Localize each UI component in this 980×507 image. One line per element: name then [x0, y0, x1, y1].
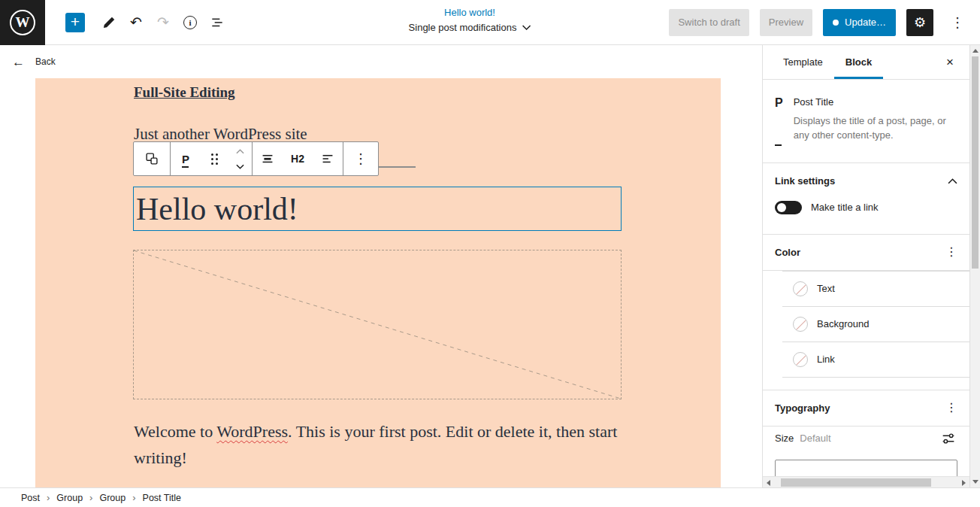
block-type-button[interactable]: P: [171, 142, 201, 175]
paragraph-text-before: Welcome to: [134, 422, 216, 441]
switch-to-draft-button[interactable]: Switch to draft: [669, 9, 749, 36]
scroll-down-arrow[interactable]: [970, 476, 980, 487]
details-button[interactable]: i: [177, 9, 204, 36]
text-align-left-icon: [319, 150, 336, 167]
block-align-button[interactable]: [253, 142, 283, 175]
topbar-tools: ↶ ↷ i: [95, 9, 231, 36]
panel-title: Link settings: [775, 175, 835, 187]
editor-content-area: ← Back Full-Site Editing Just another Wo…: [0, 45, 762, 487]
sidebar-tabs: Template Block ×: [763, 45, 969, 80]
chevron-down-icon: [522, 25, 531, 30]
triangle-left-icon: [767, 480, 770, 486]
more-vertical-icon: ⋮: [354, 152, 368, 165]
unsaved-changes-dot-icon: [833, 20, 839, 26]
move-up-button[interactable]: [228, 144, 252, 159]
link-settings-panel-toggle[interactable]: Link settings: [763, 163, 969, 199]
block-options-button[interactable]: ⋮: [343, 142, 378, 175]
site-title-link[interactable]: Full-Site Editing: [134, 84, 235, 101]
featured-image-placeholder[interactable]: [133, 250, 622, 399]
breadcrumb-separator: ›: [132, 492, 135, 503]
block-breadcrumb-bar: Post › Group › Group › Post Title: [0, 487, 980, 507]
breadcrumb-post[interactable]: Post: [21, 493, 40, 503]
scroll-right-arrow[interactable]: [958, 477, 969, 487]
post-title-text: Hello world!: [134, 193, 298, 225]
chevron-up-icon: [948, 178, 957, 184]
editor-topbar: W + ↶ ↷ i Hello world! Single: [0, 0, 980, 45]
drag-handle[interactable]: [201, 142, 228, 175]
block-inserter-button[interactable]: +: [65, 13, 85, 32]
vertical-scrollbar-thumb[interactable]: [972, 56, 978, 269]
vertical-scrollbar[interactable]: [969, 45, 980, 487]
empty-color-swatch-icon: [793, 352, 808, 367]
misspelled-word: WordPress: [216, 422, 288, 441]
info-icon: i: [183, 16, 197, 29]
color-item-label: Background: [817, 318, 869, 329]
post-content-paragraph[interactable]: Welcome to WordPress. This is your first…: [134, 418, 630, 471]
link-settings-body: Make title a link: [763, 199, 969, 234]
back-button[interactable]: ← Back: [12, 56, 56, 68]
size-value: Default: [800, 433, 830, 444]
list-view-icon: [210, 15, 225, 30]
list-view-button[interactable]: [204, 9, 231, 36]
color-panel-header[interactable]: Color ⋮: [763, 235, 969, 271]
redo-button[interactable]: ↷: [150, 9, 177, 36]
block-movers: [228, 142, 252, 175]
color-item-background[interactable]: Background: [782, 307, 969, 342]
heading-level-button[interactable]: H2: [283, 142, 313, 175]
align-none-icon: [259, 150, 276, 167]
tools-button[interactable]: [95, 9, 122, 36]
select-parent-block-button[interactable]: [134, 142, 170, 175]
close-icon: ×: [946, 55, 954, 69]
breadcrumb-group-2[interactable]: Group: [99, 493, 126, 503]
block-card-title: Post Title: [794, 96, 953, 108]
size-settings-button[interactable]: [939, 430, 957, 448]
document-subtitle: Single post modifications: [409, 22, 517, 33]
panel-title: Color: [775, 247, 800, 258]
wordpress-logo-icon: W: [10, 10, 35, 35]
document-overview[interactable]: Hello world! Single post modifications: [409, 7, 531, 33]
redo-icon: ↷: [157, 15, 169, 29]
back-row: ← Back: [0, 45, 762, 78]
post-title-block-selected[interactable]: Hello world!: [133, 187, 622, 231]
typography-panel-header[interactable]: Typography ⋮: [763, 390, 969, 427]
color-item-link[interactable]: Link: [782, 342, 969, 378]
options-menu-button[interactable]: ⋮: [944, 9, 971, 36]
move-down-button[interactable]: [228, 159, 252, 174]
triangle-up-icon: [972, 49, 978, 53]
color-item-text[interactable]: Text: [782, 272, 969, 307]
scroll-up-arrow[interactable]: [970, 45, 980, 56]
color-settings-list: Text Background Link: [782, 271, 969, 378]
placeholder-diagonal-line: [134, 250, 621, 399]
toggle-knob: [777, 203, 786, 212]
tab-template[interactable]: Template: [772, 45, 834, 79]
horizontal-scrollbar-thumb[interactable]: [781, 478, 931, 487]
group-block-icon: [144, 150, 160, 167]
sidebar-horizontal-scrollbar[interactable]: [763, 476, 969, 487]
scroll-left-arrow[interactable]: [763, 477, 774, 487]
post-title-block-icon: P: [182, 153, 189, 165]
font-size-row: Size Default: [775, 430, 957, 448]
wordpress-menu-button[interactable]: W: [0, 0, 45, 45]
make-title-link-toggle[interactable]: [775, 201, 802, 214]
tab-block[interactable]: Block: [834, 45, 883, 79]
close-sidebar-button[interactable]: ×: [938, 45, 962, 79]
settings-sidebar: Template Block × P Post Title Displays t…: [762, 45, 969, 487]
back-arrow-icon: ←: [12, 56, 25, 68]
update-button[interactable]: Update…: [823, 9, 896, 36]
preview-button[interactable]: Preview: [760, 9, 812, 36]
breadcrumb-separator: ›: [47, 492, 50, 503]
undo-button[interactable]: ↶: [122, 9, 150, 36]
settings-button[interactable]: ⚙: [906, 9, 933, 36]
info-letter: i: [189, 18, 191, 27]
topbar-actions: Switch to draft Preview Update… ⚙ ⋮: [669, 9, 980, 36]
color-item-label: Link: [817, 354, 835, 365]
toggle-row: Make title a link: [775, 201, 957, 214]
text-align-button[interactable]: [313, 142, 343, 175]
empty-color-swatch-icon: [793, 281, 808, 296]
triangle-right-icon: [962, 480, 966, 486]
size-label: Size: [775, 433, 794, 444]
update-button-label: Update…: [845, 17, 886, 28]
post-title-block-icon: P: [775, 97, 783, 143]
breadcrumb-group-1[interactable]: Group: [56, 493, 83, 503]
panel-color: Color ⋮ Text Background Link: [763, 235, 969, 390]
